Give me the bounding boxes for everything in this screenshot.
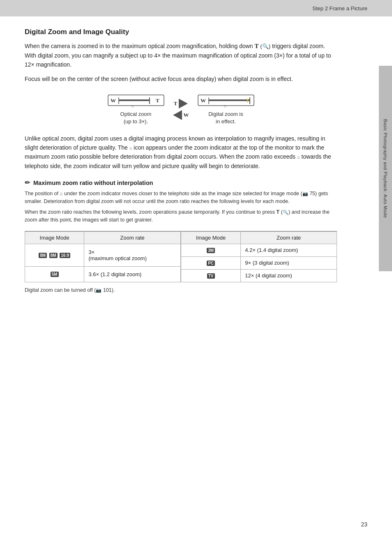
left-arrow-icon xyxy=(173,110,182,120)
paragraph-2: Focus will be on the center of the scree… xyxy=(25,74,337,83)
right-arrow-icon xyxy=(179,99,188,108)
mode-cell-3m: 3M xyxy=(181,244,241,256)
paragraph-3: Unlike optical zoom, digital zoom uses a… xyxy=(25,134,337,171)
right-table-header-zoom: Zoom rate xyxy=(241,231,337,244)
t-button-label: T xyxy=(255,43,259,49)
mode-cell-8m: 8M 8M 16:9 xyxy=(25,244,84,266)
optical-zoom-box: W T ⌂ Optical zoom(up to 3×). xyxy=(107,93,165,125)
t-arrow-wrap: T xyxy=(174,99,188,108)
rate-cell-36x: 3.6× (1.2 digital zoom) xyxy=(84,266,181,282)
rate-cell-3x: 3×(maximum optical zoom) xyxy=(84,244,181,266)
left-table-header-zoom: Zoom rate xyxy=(84,231,181,244)
side-label-text: Basic Photography and Playback: Auto Mod… xyxy=(383,119,388,218)
digital-zoom-caption: Digital zoom isin effect. xyxy=(208,111,243,125)
footer-note: Digital zoom can be turned off (📷 101). xyxy=(25,287,337,293)
svg-text:W: W xyxy=(111,97,116,104)
note-para-1: The position of ⌂ under the zoom indicat… xyxy=(25,190,337,206)
side-label: Basic Photography and Playback: Auto Mod… xyxy=(379,66,392,271)
rate-cell-42x: 4.2× (1.4 digital zoom) xyxy=(241,244,337,256)
house-icon-inline-3: ⌂ xyxy=(60,190,62,198)
t-paren: (🔍) xyxy=(260,43,270,49)
zoom-diagram: W T ⌂ Optical zoom(up to 3×). T W xyxy=(25,93,337,125)
svg-text:⌂: ⌂ xyxy=(131,104,134,108)
page-header: Step 2 Frame a Picture xyxy=(0,0,392,16)
note-para-2: When the zoom ratio reaches the followin… xyxy=(25,208,337,224)
optical-zoom-bar: W T ⌂ xyxy=(107,93,165,108)
rate-cell-12x: 12× (4 digital zoom) xyxy=(241,269,337,282)
table-row: 3M 4.2× (1.4 digital zoom) xyxy=(181,244,337,256)
house-icon-inline-1: ⌂ xyxy=(129,145,132,152)
table-row: 5M 3.6× (1.2 digital zoom) xyxy=(25,266,181,282)
section-title: Digital Zoom and Image Quality xyxy=(25,28,337,36)
table-row: PC 9× (3 digital zoom) xyxy=(181,256,337,269)
digital-zoom-bar: W T ⌂ xyxy=(197,93,255,108)
right-table-header-mode: Image Mode xyxy=(181,231,241,244)
badge-169: 16:9 xyxy=(60,253,70,258)
table-row: 8M 8M 16:9 3×(maximum optical zoom) xyxy=(25,244,181,266)
svg-text:⌂: ⌂ xyxy=(224,104,226,108)
rate-cell-9x: 9× (3 digital zoom) xyxy=(241,256,337,269)
zoom-table-right: Image Mode Zoom rate 3M 4.2× (1.4 digita… xyxy=(181,231,337,282)
main-content: Digital Zoom and Image Quality When the … xyxy=(0,16,362,309)
svg-text:W: W xyxy=(201,97,206,104)
zoom-table-left: Image Mode Zoom rate 8M 8M 16:9 3×(maxim… xyxy=(25,231,181,282)
house-icon-inline-2: ⌂ xyxy=(297,154,300,161)
header-title: Step 2 Frame a Picture xyxy=(312,5,367,12)
table-row: TV 12× (4 digital zoom) xyxy=(181,269,337,282)
svg-text:T: T xyxy=(246,97,249,104)
note-title-text: Maximum zoom ratio without interpolation xyxy=(33,180,153,186)
badge-8m1: 8M xyxy=(39,253,47,258)
left-table-header-mode: Image Mode xyxy=(25,231,84,244)
page-number: 23 xyxy=(361,521,367,528)
badge-5m: 5M xyxy=(51,272,59,277)
note-pencil-icon: ✏ xyxy=(25,179,30,187)
t-arrow-label: T xyxy=(174,100,178,107)
mode-cell-pc: PC xyxy=(181,256,241,269)
badge-8m2: 8M xyxy=(49,253,58,258)
paragraph-1: When the camera is zoomed in to the maxi… xyxy=(25,41,337,69)
badge-tv: TV xyxy=(207,273,215,279)
svg-text:T: T xyxy=(156,97,159,104)
w-arrow-wrap: W xyxy=(173,110,189,120)
w-arrow-label: W xyxy=(184,112,189,118)
badge-3m: 3M xyxy=(207,248,215,253)
note-section: ✏ Maximum zoom ratio without interpolati… xyxy=(25,179,337,224)
badge-pc: PC xyxy=(207,261,215,266)
note-title: ✏ Maximum zoom ratio without interpolati… xyxy=(25,179,337,187)
t-strong: T xyxy=(277,209,280,215)
svg-rect-10 xyxy=(209,99,250,101)
optical-zoom-caption: Optical zoom(up to 3×). xyxy=(120,111,152,125)
zoom-table-wrap: Image Mode Zoom rate 8M 8M 16:9 3×(maxim… xyxy=(25,231,337,282)
mode-cell-tv: TV xyxy=(181,269,241,282)
svg-rect-3 xyxy=(119,99,150,101)
mode-cell-5m: 5M xyxy=(25,266,84,282)
zoom-arrows: T W xyxy=(173,99,189,120)
digital-zoom-box: W T ⌂ Digital zoom isin effect. xyxy=(197,93,255,125)
